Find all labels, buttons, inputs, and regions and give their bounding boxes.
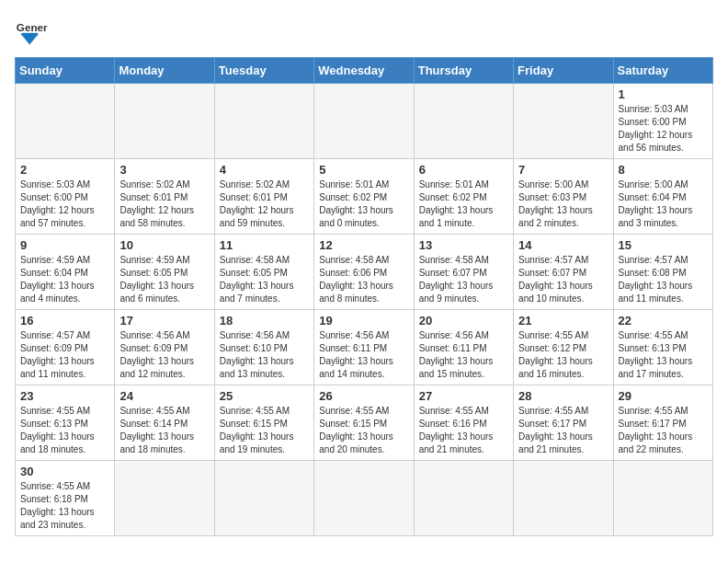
svg-marker-1 — [21, 35, 38, 45]
day-info: Sunrise: 4:59 AM Sunset: 6:05 PM Dayligh… — [119, 254, 209, 305]
day-number: 3 — [119, 163, 209, 177]
day-info: Sunrise: 4:55 AM Sunset: 6:17 PM Dayligh… — [619, 405, 708, 456]
calendar-day-cell: 15Sunrise: 4:57 AM Sunset: 6:08 PM Dayli… — [613, 235, 712, 310]
day-info: Sunrise: 5:01 AM Sunset: 6:02 PM Dayligh… — [319, 178, 408, 230]
calendar-day-cell: 6Sunrise: 5:01 AM Sunset: 6:02 PM Daylig… — [414, 159, 513, 235]
day-of-week-header: Thursday — [414, 58, 513, 84]
calendar-day-cell: 18Sunrise: 4:56 AM Sunset: 6:10 PM Dayli… — [214, 310, 313, 385]
day-info: Sunrise: 4:58 AM Sunset: 6:06 PM Dayligh… — [319, 254, 408, 305]
day-number: 8 — [619, 163, 708, 177]
calendar-day-cell: 22Sunrise: 4:55 AM Sunset: 6:13 PM Dayli… — [613, 310, 712, 385]
day-info: Sunrise: 4:55 AM Sunset: 6:18 PM Dayligh… — [20, 480, 109, 532]
day-info: Sunrise: 4:58 AM Sunset: 6:07 PM Dayligh… — [419, 254, 508, 305]
day-number: 26 — [319, 389, 408, 403]
day-info: Sunrise: 4:55 AM Sunset: 6:17 PM Dayligh… — [518, 405, 608, 456]
day-info: Sunrise: 4:57 AM Sunset: 6:09 PM Dayligh… — [20, 329, 109, 381]
svg-text:General: General — [17, 21, 48, 33]
day-info: Sunrise: 4:55 AM Sunset: 6:15 PM Dayligh… — [220, 405, 309, 456]
day-number: 20 — [419, 314, 508, 327]
calendar-day-cell: 24Sunrise: 4:55 AM Sunset: 6:14 PM Dayli… — [115, 385, 214, 461]
day-number: 12 — [319, 238, 408, 252]
day-of-week-header: Friday — [514, 58, 613, 84]
day-number: 23 — [20, 389, 109, 403]
day-number: 17 — [119, 314, 209, 327]
calendar-day-cell: 3Sunrise: 5:02 AM Sunset: 6:01 PM Daylig… — [115, 159, 214, 235]
calendar-day-cell: 12Sunrise: 4:58 AM Sunset: 6:06 PM Dayli… — [314, 235, 414, 310]
calendar-day-cell: 27Sunrise: 4:55 AM Sunset: 6:16 PM Dayli… — [414, 385, 513, 461]
day-number: 15 — [619, 238, 708, 252]
day-info: Sunrise: 4:59 AM Sunset: 6:04 PM Dayligh… — [20, 254, 109, 305]
svg-rect-2 — [21, 33, 38, 36]
calendar-day-cell: 25Sunrise: 4:55 AM Sunset: 6:15 PM Dayli… — [214, 385, 313, 461]
day-info: Sunrise: 4:56 AM Sunset: 6:11 PM Dayligh… — [319, 329, 408, 381]
day-number: 13 — [419, 238, 508, 252]
calendar-day-cell: 20Sunrise: 4:56 AM Sunset: 6:11 PM Dayli… — [414, 310, 513, 385]
calendar-day-cell: 5Sunrise: 5:01 AM Sunset: 6:02 PM Daylig… — [314, 159, 414, 235]
day-of-week-header: Saturday — [613, 58, 712, 84]
calendar-week-row: 16Sunrise: 4:57 AM Sunset: 6:09 PM Dayli… — [16, 310, 713, 385]
generalblue-logo-icon: General — [15, 15, 48, 48]
day-of-week-header: Tuesday — [214, 58, 313, 84]
calendar-day-cell: 8Sunrise: 5:00 AM Sunset: 6:04 PM Daylig… — [613, 159, 712, 235]
day-info: Sunrise: 4:55 AM Sunset: 6:13 PM Dayligh… — [20, 405, 109, 456]
day-number: 6 — [419, 163, 508, 177]
calendar-day-cell: 11Sunrise: 4:58 AM Sunset: 6:05 PM Dayli… — [214, 235, 313, 310]
day-info: Sunrise: 5:03 AM Sunset: 6:00 PM Dayligh… — [619, 103, 708, 155]
calendar-day-cell: 29Sunrise: 4:55 AM Sunset: 6:17 PM Dayli… — [613, 385, 712, 461]
day-number: 2 — [20, 163, 109, 177]
calendar-day-cell: 1Sunrise: 5:03 AM Sunset: 6:00 PM Daylig… — [613, 84, 712, 159]
calendar-day-cell — [314, 84, 414, 159]
calendar-day-cell: 16Sunrise: 4:57 AM Sunset: 6:09 PM Dayli… — [16, 310, 115, 385]
calendar-day-cell: 9Sunrise: 4:59 AM Sunset: 6:04 PM Daylig… — [16, 235, 115, 310]
day-number: 18 — [220, 314, 309, 327]
day-info: Sunrise: 4:55 AM Sunset: 6:13 PM Dayligh… — [619, 329, 708, 381]
day-number: 1 — [619, 87, 708, 101]
day-info: Sunrise: 4:55 AM Sunset: 6:14 PM Dayligh… — [119, 405, 209, 456]
day-number: 19 — [319, 314, 408, 327]
day-number: 29 — [619, 389, 708, 403]
calendar-day-cell — [514, 461, 613, 536]
page-header: General — [15, 15, 713, 48]
calendar-day-cell — [514, 84, 613, 159]
calendar-day-cell: 23Sunrise: 4:55 AM Sunset: 6:13 PM Dayli… — [16, 385, 115, 461]
day-info: Sunrise: 5:02 AM Sunset: 6:01 PM Dayligh… — [119, 178, 209, 230]
calendar-day-cell — [214, 461, 313, 536]
calendar-day-cell — [115, 84, 214, 159]
calendar-day-cell: 13Sunrise: 4:58 AM Sunset: 6:07 PM Dayli… — [414, 235, 513, 310]
day-info: Sunrise: 4:55 AM Sunset: 6:12 PM Dayligh… — [518, 329, 608, 381]
calendar-day-cell: 21Sunrise: 4:55 AM Sunset: 6:12 PM Dayli… — [514, 310, 613, 385]
calendar-day-cell — [613, 461, 712, 536]
calendar-day-cell: 14Sunrise: 4:57 AM Sunset: 6:07 PM Dayli… — [514, 235, 613, 310]
calendar-week-row: 2Sunrise: 5:03 AM Sunset: 6:00 PM Daylig… — [16, 159, 713, 235]
day-number: 10 — [119, 238, 209, 252]
calendar-day-cell: 28Sunrise: 4:55 AM Sunset: 6:17 PM Dayli… — [514, 385, 613, 461]
day-info: Sunrise: 4:58 AM Sunset: 6:05 PM Dayligh… — [220, 254, 309, 305]
calendar-week-row: 1Sunrise: 5:03 AM Sunset: 6:00 PM Daylig… — [16, 84, 713, 159]
day-number: 16 — [20, 314, 109, 327]
calendar-day-cell — [414, 461, 513, 536]
day-number: 9 — [20, 238, 109, 252]
day-number: 27 — [419, 389, 508, 403]
day-number: 11 — [220, 238, 309, 252]
day-number: 25 — [220, 389, 309, 403]
day-info: Sunrise: 4:57 AM Sunset: 6:08 PM Dayligh… — [619, 254, 708, 305]
day-number: 7 — [518, 163, 608, 177]
day-number: 22 — [619, 314, 708, 327]
logo: General — [15, 15, 51, 48]
day-of-week-header: Wednesday — [314, 58, 414, 84]
day-number: 24 — [119, 389, 209, 403]
calendar-header-row: SundayMondayTuesdayWednesdayThursdayFrid… — [16, 58, 713, 84]
calendar-day-cell — [414, 84, 513, 159]
calendar-week-row: 23Sunrise: 4:55 AM Sunset: 6:13 PM Dayli… — [16, 385, 713, 461]
day-of-week-header: Monday — [115, 58, 214, 84]
day-number: 21 — [518, 314, 608, 327]
calendar-day-cell — [115, 461, 214, 536]
calendar-day-cell: 17Sunrise: 4:56 AM Sunset: 6:09 PM Dayli… — [115, 310, 214, 385]
calendar-day-cell — [16, 84, 115, 159]
day-number: 28 — [518, 389, 608, 403]
day-info: Sunrise: 4:55 AM Sunset: 6:15 PM Dayligh… — [319, 405, 408, 456]
day-info: Sunrise: 4:56 AM Sunset: 6:09 PM Dayligh… — [119, 329, 209, 381]
calendar-week-row: 9Sunrise: 4:59 AM Sunset: 6:04 PM Daylig… — [16, 235, 713, 310]
calendar-day-cell: 7Sunrise: 5:00 AM Sunset: 6:03 PM Daylig… — [514, 159, 613, 235]
calendar-day-cell: 10Sunrise: 4:59 AM Sunset: 6:05 PM Dayli… — [115, 235, 214, 310]
